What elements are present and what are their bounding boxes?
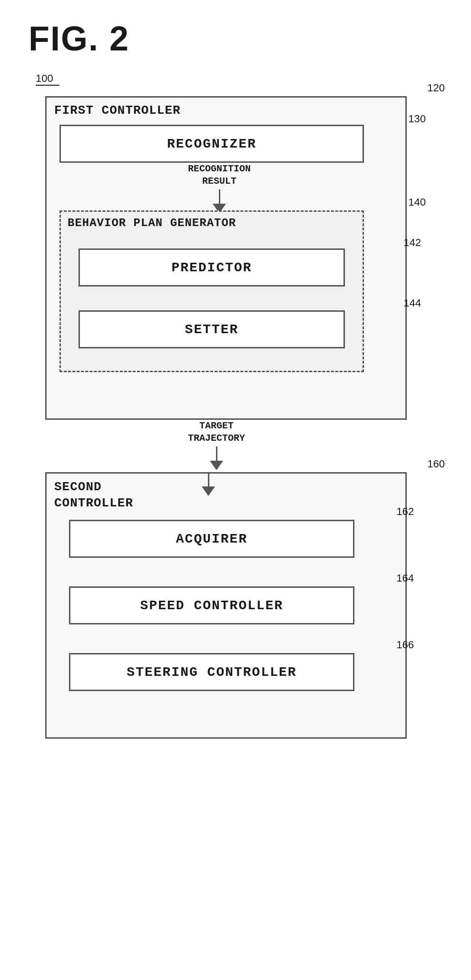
figure-title: FIG. 2: [29, 19, 442, 58]
predictor-box: PREDICTOR: [78, 248, 345, 287]
speed-controller-label: SPEED CONTROLLER: [140, 598, 284, 613]
recognition-result-arrow: RECOGNITIONRESULT: [188, 163, 251, 213]
recognition-result-label: RECOGNITIONRESULT: [188, 163, 251, 188]
steering-controller-box: STEERING CONTROLLER: [69, 653, 354, 691]
setter-box: SETTER: [78, 310, 345, 348]
arrow-down-traj: [210, 461, 223, 470]
recognizer-label: RECOGNIZER: [167, 137, 256, 151]
recognizer-box: RECOGNIZER: [59, 125, 364, 163]
ref-164: 164: [396, 572, 414, 584]
second-controller-label: SECONDCONTROLLER: [54, 479, 133, 512]
target-trajectory-label: TARGETTRAJECTORY: [188, 420, 245, 445]
acquirer-box: ACQUIRER: [69, 520, 354, 558]
ref-140: 140: [408, 196, 426, 208]
acquirer-label: ACQUIRER: [176, 532, 247, 546]
ref-162: 162: [396, 505, 414, 518]
ref-142: 142: [403, 237, 421, 249]
steering-controller-label: STEERING CONTROLLER: [127, 665, 296, 680]
behavior-plan-label: BEHAVIOR PLAN GENERATOR: [68, 217, 236, 229]
ref-100-underline: [36, 85, 59, 86]
arrow-line-sc: [208, 472, 209, 486]
ref-166: 166: [396, 639, 414, 651]
ref-130: 130: [408, 113, 426, 125]
arrow-line-recog: [219, 189, 220, 204]
ref-100: 100: [36, 72, 53, 85]
ref-160: 160: [427, 458, 445, 470]
arrow-line-traj: [216, 446, 217, 461]
first-controller-label: FIRST CONTROLLER: [54, 103, 181, 118]
predictor-label: PREDICTOR: [171, 260, 252, 275]
page-container: FIG. 2 100 FIRST CONTROLLER 120 RECOGNIZ…: [0, 0, 471, 980]
setter-label: SETTER: [185, 322, 239, 337]
speed-controller-box: SPEED CONTROLLER: [69, 586, 354, 624]
arrow-down-sc: [202, 486, 215, 496]
target-trajectory-arrow: TARGETTRAJECTORY: [188, 420, 245, 470]
ref-120: 120: [427, 82, 445, 94]
ref-144: 144: [403, 297, 421, 309]
sc-arrow: [202, 472, 215, 496]
